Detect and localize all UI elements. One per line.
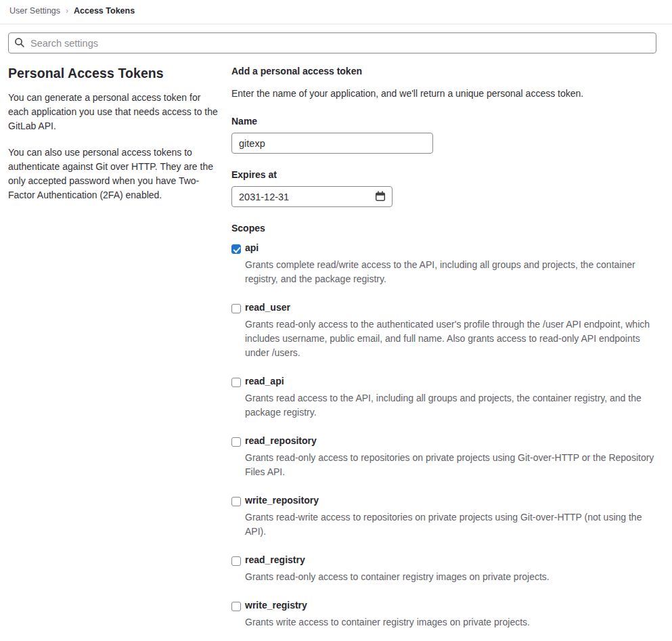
- scope-description-read_user: Grants read-only access to the authentic…: [245, 317, 655, 360]
- expires-at-label: Expires at: [231, 169, 656, 180]
- expires-at-input[interactable]: [231, 186, 393, 207]
- scope-checkbox-read_registry[interactable]: [231, 556, 241, 566]
- scope-description-write_repository: Grants read-write access to repositories…: [245, 510, 655, 539]
- scope-row-read_api: read_api Grants read access to the API, …: [231, 376, 656, 420]
- scope-label-read_registry[interactable]: read_registry: [245, 554, 305, 565]
- form-title: Add a personal access token: [231, 63, 656, 76]
- breadcrumb-separator-icon: ›: [66, 6, 68, 16]
- scope-checkbox-write_registry[interactable]: [231, 602, 241, 611]
- scope-label-read_repository[interactable]: read_repository: [245, 435, 317, 446]
- scope-description-read_api: Grants read access to the API, including…: [245, 391, 655, 420]
- scope-checkbox-read_api[interactable]: [231, 378, 241, 387]
- scope-description-api: Grants complete read/write access to the…: [245, 258, 655, 286]
- scope-row-read_repository: read_repository Grants read-only access …: [231, 435, 656, 479]
- search-bar: [8, 32, 656, 53]
- search-input[interactable]: [8, 32, 656, 53]
- scope-label-write_repository[interactable]: write_repository: [245, 495, 319, 506]
- scope-label-write_registry[interactable]: write_registry: [245, 600, 307, 611]
- scope-label-read_user[interactable]: read_user: [245, 302, 290, 313]
- scope-checkbox-api[interactable]: [231, 244, 241, 254]
- name-label: Name: [231, 116, 656, 127]
- scope-checkbox-read_repository[interactable]: [231, 437, 241, 447]
- section-paragraph-1: You can generate a personal access token…: [8, 91, 223, 133]
- scope-row-read_registry: read_registry Grants read-only access to…: [231, 554, 656, 584]
- token-name-input[interactable]: [231, 133, 433, 154]
- expires-at-field: [231, 186, 393, 207]
- scope-description-read_repository: Grants read-only access to repositories …: [245, 451, 655, 479]
- token-form: Add a personal access token Enter the na…: [231, 63, 656, 641]
- scope-row-read_user: read_user Grants read-only access to the…: [231, 302, 656, 360]
- scope-row-api: api Grants complete read/write access to…: [231, 242, 656, 286]
- section-description-column: Personal Access Tokens You can generate …: [8, 63, 223, 641]
- breadcrumb-access-tokens: Access Tokens: [74, 6, 135, 16]
- scopes-list: api Grants complete read/write access to…: [231, 242, 656, 629]
- scope-row-write_repository: write_repository Grants read-write acces…: [231, 495, 656, 539]
- breadcrumb-user-settings[interactable]: User Settings: [9, 6, 60, 16]
- breadcrumb: User Settings › Access Tokens: [0, 0, 672, 24]
- scope-description-write_registry: Grants write access to container registr…: [245, 615, 655, 629]
- settings-page: User Settings › Access Tokens Personal A…: [0, 0, 672, 641]
- scope-description-read_registry: Grants read-only access to container reg…: [245, 570, 655, 584]
- scope-checkbox-read_user[interactable]: [231, 304, 241, 313]
- form-description: Enter the name of your application, and …: [231, 87, 656, 100]
- section-paragraph-2: You can also use personal access tokens …: [8, 146, 223, 202]
- scope-label-api[interactable]: api: [245, 242, 259, 253]
- scope-label-read_api[interactable]: read_api: [245, 376, 284, 386]
- scope-checkbox-write_repository[interactable]: [231, 497, 241, 506]
- page-title: Personal Access Tokens: [8, 66, 223, 81]
- scope-row-write_registry: write_registry Grants write access to co…: [231, 600, 656, 629]
- scopes-label: Scopes: [231, 223, 656, 234]
